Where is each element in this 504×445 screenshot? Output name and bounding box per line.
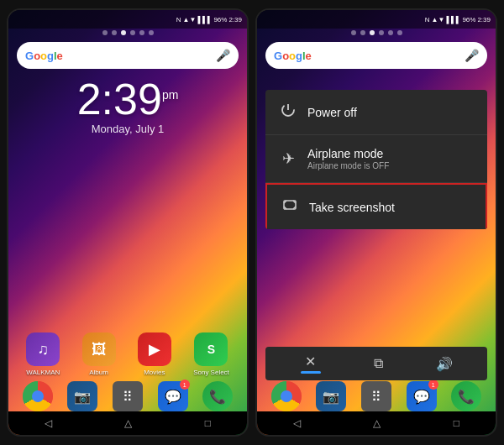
apps-area-left: ♫ WALKMAN 🖼 Album ▶ Movies S Sony Select <box>8 332 247 376</box>
movies-icon: ▶ <box>138 332 171 366</box>
home-button-right[interactable]: △ <box>373 417 381 429</box>
clock-date: Monday, July 1 <box>8 123 247 135</box>
time-right: 2:39 <box>477 16 491 24</box>
qs-volume[interactable]: 🔊 <box>436 356 453 372</box>
r-dot-5 <box>388 30 393 35</box>
mic-icon-right[interactable]: 🎤 <box>465 49 479 62</box>
status-icons-left: N ▲▼ ▌▌▌ 96% 2:39 <box>176 16 242 24</box>
camera-icon-right[interactable]: 📷 <box>316 381 346 411</box>
battery-text-right: 96% <box>462 16 475 24</box>
airplane-text: Airplane mode Airplane mode is OFF <box>307 147 474 170</box>
power-off-text: Power off <box>307 106 474 119</box>
r-dot-2 <box>360 30 365 35</box>
rotate-icon: ⧉ <box>374 356 383 371</box>
dot-4 <box>130 30 135 35</box>
r-dot-4 <box>379 30 384 35</box>
sonyselect-icon: S <box>194 332 228 366</box>
app-movies[interactable]: ▶ Movies <box>138 332 171 376</box>
screenshot-title: Take screenshot <box>309 201 472 214</box>
clock-time: 2:39pm <box>8 77 247 121</box>
dot-1 <box>102 30 108 35</box>
page-dots-left <box>8 30 247 35</box>
phone-icon-right[interactable]: 📞 <box>451 381 481 411</box>
sonyselect-label: Sony Select <box>193 369 229 376</box>
dot-2 <box>112 30 117 35</box>
qs-rotate[interactable]: ⧉ <box>374 356 383 371</box>
airplane-mode-item[interactable]: ✈ Airplane mode Airplane mode is OFF <box>265 135 487 183</box>
right-phone: N ▲▼ ▌▌▌ 96% 2:39 Google 🎤 <box>255 8 497 437</box>
camera-icon-left[interactable]: 📷 <box>67 381 97 411</box>
nfc-icon-right: N <box>425 16 430 24</box>
airplane-title: Airplane mode <box>307 147 474 160</box>
messages-icon-right[interactable]: 💬 1 <box>407 381 437 411</box>
chrome-icon-left[interactable] <box>23 381 53 411</box>
home-button-left[interactable]: △ <box>124 417 132 429</box>
chrome-inner-left <box>32 390 44 402</box>
clock-area: 2:39pm Monday, July 1 <box>8 77 247 135</box>
search-bar-right[interactable]: Google 🎤 <box>265 42 487 69</box>
power-menu: Power off ✈ Airplane mode Airplane mode … <box>265 90 487 229</box>
airplane-icon: ✈ <box>279 149 297 168</box>
time-left: 2:39 <box>228 16 242 24</box>
status-icons-right: N ▲▼ ▌▌▌ 96% 2:39 <box>425 16 491 24</box>
nfc-icon: N <box>176 16 181 24</box>
apps-grid-icon-right[interactable]: ⠿ <box>361 381 391 411</box>
dock-left: 📷 ⠿ 💬 1 📞 <box>8 381 247 411</box>
app-walkman[interactable]: ♫ WALKMAN <box>26 332 60 376</box>
dot-3-active <box>121 30 126 35</box>
recent-button-left[interactable]: □ <box>205 417 211 429</box>
nav-bar-right: ◁ △ □ <box>257 411 496 435</box>
page-dots-right <box>257 30 496 35</box>
dot-5 <box>139 30 144 35</box>
bars-icon-right: ▌▌▌ <box>446 16 460 24</box>
app-sonyselect[interactable]: S Sony Select <box>193 332 229 376</box>
airplane-subtitle: Airplane mode is OFF <box>307 161 474 170</box>
walkman-icon: ♫ <box>26 332 60 366</box>
bars-icon: ▌▌▌ <box>197 16 212 24</box>
mic-icon-left[interactable]: 🎤 <box>216 49 230 62</box>
phones-container: N ▲▼ ▌▌▌ 96% 2:39 Google 🎤 <box>0 0 504 445</box>
left-phone: N ▲▼ ▌▌▌ 96% 2:39 Google 🎤 <box>7 8 249 437</box>
search-bar-left[interactable]: Google 🎤 <box>17 42 239 69</box>
google-logo-right: Google <box>274 50 312 62</box>
qs-xmode[interactable]: ✕ <box>301 353 321 374</box>
messages-icon-left[interactable]: 💬 1 <box>158 381 188 411</box>
apps-grid-icon-left[interactable]: ⠿ <box>113 381 143 411</box>
messages-badge-left: 1 <box>180 380 190 390</box>
album-icon: 🖼 <box>82 332 116 366</box>
status-bar-left: N ▲▼ ▌▌▌ 96% 2:39 <box>8 10 247 29</box>
dot-6 <box>149 30 154 35</box>
movies-label: Movies <box>144 369 165 376</box>
signal-icon: ▲▼ <box>183 16 197 24</box>
phone-icon-left[interactable]: 📞 <box>202 381 233 411</box>
messages-badge-right: 1 <box>428 380 438 390</box>
r-dot-1 <box>351 30 356 35</box>
google-logo-left: Google <box>25 50 63 62</box>
take-screenshot-item[interactable]: Take screenshot <box>265 183 487 229</box>
xmode-icon: ✕ <box>305 353 316 369</box>
r-dot-6 <box>397 30 402 35</box>
back-button-right[interactable]: ◁ <box>293 417 301 429</box>
xmode-bar <box>301 371 321 374</box>
battery-text: 96% <box>213 16 227 24</box>
power-icon <box>279 102 297 123</box>
power-off-item[interactable]: Power off <box>265 90 487 135</box>
recent-button-right[interactable]: □ <box>454 417 459 429</box>
walkman-label: WALKMAN <box>26 369 60 376</box>
signal-icon-right: ▲▼ <box>432 16 445 24</box>
screenshot-icon <box>281 196 299 217</box>
nav-bar-left: ◁ △ □ <box>8 411 247 435</box>
status-bar-right: N ▲▼ ▌▌▌ 96% 2:39 <box>257 10 496 29</box>
dock-right: 📷 ⠿ 💬 1 📞 <box>257 381 496 411</box>
app-album[interactable]: 🖼 Album <box>82 332 116 376</box>
quick-settings: ✕ ⧉ 🔊 <box>265 347 487 380</box>
volume-icon: 🔊 <box>436 356 453 372</box>
screenshot-text: Take screenshot <box>309 201 472 214</box>
back-button-left[interactable]: ◁ <box>45 417 52 429</box>
power-off-title: Power off <box>307 106 474 119</box>
chrome-inner-right <box>281 390 292 402</box>
chrome-icon-right[interactable] <box>271 381 302 411</box>
album-label: Album <box>89 369 108 376</box>
r-dot-3-active <box>370 30 375 35</box>
